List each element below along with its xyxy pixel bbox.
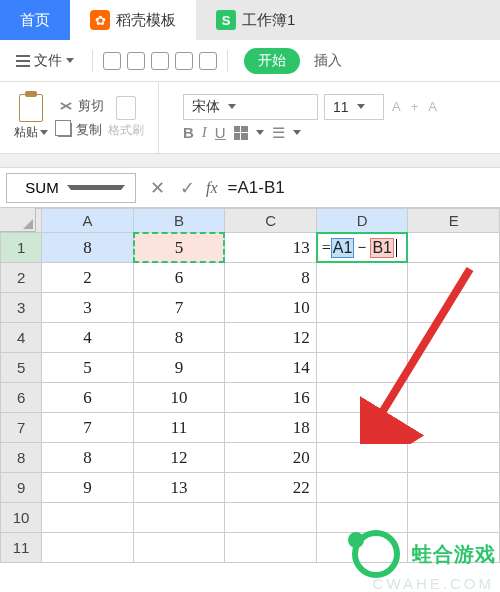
cell[interactable] [316,443,408,473]
cell[interactable]: 5 [133,233,225,263]
col-header-a[interactable]: A [42,209,134,233]
row-header[interactable]: 1 [1,233,42,263]
cell[interactable]: 7 [42,413,134,443]
cell[interactable]: =A1－B1 [316,233,408,263]
cell[interactable] [133,533,225,563]
fx-icon[interactable]: fx [202,179,222,197]
cell[interactable] [225,533,317,563]
cell[interactable]: 13 [225,233,317,263]
cell[interactable]: 6 [42,383,134,413]
cell-editor[interactable]: =A1－B1 [316,232,409,263]
cancel-button[interactable]: ✕ [142,177,172,199]
cell[interactable]: 10 [225,293,317,323]
col-header-e[interactable]: E [408,209,500,233]
row-header[interactable]: 6 [1,383,42,413]
cell[interactable] [42,533,134,563]
cell[interactable]: 10 [133,383,225,413]
col-header-b[interactable]: B [133,209,225,233]
preview-icon[interactable] [151,52,169,70]
paste-button[interactable]: 粘贴 [8,92,54,143]
select-all-corner[interactable] [0,208,36,232]
undo-icon[interactable] [175,52,193,70]
file-menu[interactable]: 文件 [8,48,82,74]
separator [227,50,228,72]
bold-button[interactable]: B [183,124,194,141]
cell[interactable]: 9 [133,353,225,383]
cell[interactable]: 12 [225,323,317,353]
cell[interactable]: 8 [42,443,134,473]
save-icon[interactable] [103,52,121,70]
cell[interactable] [408,323,500,353]
cell[interactable]: 14 [225,353,317,383]
cell[interactable] [225,503,317,533]
tab-home[interactable]: 首页 [0,0,70,40]
cell[interactable] [316,323,408,353]
row-header[interactable]: 10 [1,503,42,533]
cell[interactable] [408,263,500,293]
cell[interactable] [42,503,134,533]
cell[interactable] [408,233,500,263]
cell[interactable]: 16 [225,383,317,413]
formula-input[interactable]: =A1-B1 [222,178,500,198]
cell[interactable] [316,473,408,503]
cell-style-button[interactable]: ☰ [272,124,285,142]
col-header-c[interactable]: C [225,209,317,233]
confirm-button[interactable]: ✓ [172,177,202,199]
cell[interactable]: 8 [42,233,134,263]
name-box[interactable]: SUM [6,173,136,203]
row-header[interactable]: 4 [1,323,42,353]
cell[interactable] [316,413,408,443]
cell[interactable]: 8 [225,263,317,293]
col-header-d[interactable]: D [316,209,408,233]
row-header[interactable]: 8 [1,443,42,473]
menu-bar: 文件 开始 插入 [0,40,500,82]
font-size-select[interactable]: 11 [324,94,384,120]
shrink-font-icon[interactable]: A [426,97,439,116]
row-header[interactable]: 7 [1,413,42,443]
underline-button[interactable]: U [215,124,226,141]
copy-button[interactable]: 复制 [58,121,104,139]
cell[interactable]: 4 [42,323,134,353]
grow-font-icon[interactable]: A [390,97,403,116]
cell[interactable]: 9 [42,473,134,503]
cut-button[interactable]: 剪切 [58,97,104,115]
cell[interactable] [408,293,500,323]
cell[interactable] [408,413,500,443]
insert-tab[interactable]: 插入 [306,48,350,74]
cell[interactable] [408,443,500,473]
borders-button[interactable] [234,126,248,140]
redo-icon[interactable] [199,52,217,70]
cell[interactable]: 7 [133,293,225,323]
cell[interactable]: 5 [42,353,134,383]
cell[interactable]: 13 [133,473,225,503]
cell[interactable] [316,263,408,293]
cell[interactable] [408,353,500,383]
cell[interactable] [316,353,408,383]
cell[interactable] [316,293,408,323]
print-icon[interactable] [127,52,145,70]
tab-workbook-label: 工作簿1 [242,11,295,30]
cell[interactable] [408,473,500,503]
cell[interactable]: 20 [225,443,317,473]
tab-docer[interactable]: ✿稻壳模板 [70,0,196,40]
cell[interactable]: 6 [133,263,225,293]
cell[interactable] [408,383,500,413]
row-header[interactable]: 3 [1,293,42,323]
cell[interactable] [316,383,408,413]
tab-workbook[interactable]: S工作簿1 [196,0,315,40]
cell[interactable]: 22 [225,473,317,503]
start-tab[interactable]: 开始 [244,48,300,74]
cell[interactable]: 2 [42,263,134,293]
row-header[interactable]: 9 [1,473,42,503]
font-name-select[interactable]: 宋体 [183,94,318,120]
cell[interactable]: 3 [42,293,134,323]
cell[interactable] [133,503,225,533]
row-header[interactable]: 11 [1,533,42,563]
cell[interactable]: 8 [133,323,225,353]
cell[interactable]: 12 [133,443,225,473]
italic-button[interactable]: I [202,124,207,141]
row-header[interactable]: 2 [1,263,42,293]
cell[interactable]: 11 [133,413,225,443]
cell[interactable]: 18 [225,413,317,443]
row-header[interactable]: 5 [1,353,42,383]
